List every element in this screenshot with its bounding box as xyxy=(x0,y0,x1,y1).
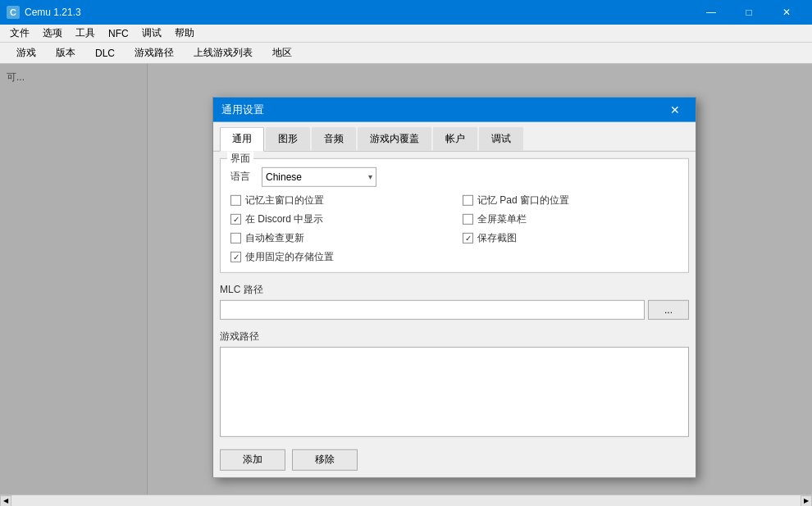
game-path-section: 游戏路径 xyxy=(220,329,689,439)
tab-games[interactable]: 游戏 xyxy=(7,43,46,63)
dialog-tab-overlay[interactable]: 游戏内覆盖 xyxy=(358,126,431,150)
checkbox-input-remember-main[interactable] xyxy=(230,194,241,205)
dialog-footer: 添加 移除 xyxy=(213,445,696,476)
game-path-textarea[interactable] xyxy=(220,346,689,436)
checkbox-discord[interactable]: 在 Discord 中显示 xyxy=(230,212,446,226)
dialog-tab-general[interactable]: 通用 xyxy=(220,126,264,151)
menu-file[interactable]: 文件 xyxy=(3,25,36,42)
dialog-tab-graphics[interactable]: 图形 xyxy=(266,126,310,150)
checkbox-input-save-screenshot[interactable] xyxy=(463,232,473,243)
section-title-interface: 界面 xyxy=(227,151,253,165)
add-button[interactable]: 添加 xyxy=(220,449,285,470)
menu-options[interactable]: 选项 xyxy=(36,25,69,42)
checkbox-label-auto-update: 自动检查更新 xyxy=(245,230,304,244)
mlc-path-row: ... xyxy=(220,299,689,319)
interface-section: 界面 语言 Chinese ▾ xyxy=(220,157,689,272)
checkbox-fullscreen-menu[interactable]: 全屏菜单栏 xyxy=(463,212,678,226)
menu-tools[interactable]: 工具 xyxy=(69,25,102,42)
content-area: Cemu 可... 通用设置 ✕ 通用 图形 音频 游戏内覆盖 帐户 调试 xyxy=(0,64,812,495)
checkbox-input-auto-update[interactable] xyxy=(230,232,241,243)
checkbox-input-fullscreen-menu[interactable] xyxy=(463,213,473,224)
tab-online-games[interactable]: 上线游戏列表 xyxy=(184,43,262,63)
dialog-tab-account[interactable]: 帐户 xyxy=(433,126,477,150)
dialog-tabs: 通用 图形 音频 游戏内覆盖 帐户 调试 xyxy=(213,121,696,151)
maximize-button[interactable]: □ xyxy=(730,0,768,25)
close-button[interactable]: ✕ xyxy=(768,0,805,25)
checkbox-label-save-screenshot: 保存截图 xyxy=(477,230,517,244)
checkbox-label-remember-main: 记忆主窗口的位置 xyxy=(245,193,324,207)
mlc-path-input[interactable] xyxy=(220,299,645,319)
menu-debug[interactable]: 调试 xyxy=(135,25,168,42)
mlc-path-section: MLC 路径 ... xyxy=(220,282,689,319)
tab-dlc[interactable]: DLC xyxy=(85,44,125,62)
scroll-right-arrow[interactable]: ▶ xyxy=(801,495,812,507)
checkbox-save-screenshot[interactable]: 保存截图 xyxy=(463,230,678,244)
tab-version[interactable]: 版本 xyxy=(46,43,85,63)
menu-help[interactable]: 帮助 xyxy=(168,25,201,42)
dialog-close-button[interactable]: ✕ xyxy=(663,97,687,121)
checkbox-input-fixed-storage[interactable] xyxy=(230,251,241,262)
dialog-body: 界面 语言 Chinese ▾ xyxy=(213,157,696,476)
checkbox-remember-pad-window[interactable]: 记忆 Pad 窗口的位置 xyxy=(463,193,678,207)
mlc-browse-button[interactable]: ... xyxy=(648,299,689,319)
titlebar: C Cemu 1.21.3 — □ ✕ xyxy=(0,0,812,25)
checkbox-auto-update[interactable]: 自动检查更新 xyxy=(230,230,446,244)
checkbox-label-remember-pad: 记忆 Pad 窗口的位置 xyxy=(477,193,569,207)
window-controls: — □ ✕ xyxy=(692,0,805,25)
language-row: 语言 Chinese ▾ xyxy=(230,166,678,186)
checkboxes-grid: 记忆主窗口的位置 记忆 Pad 窗口的位置 在 Discord 中显示 xyxy=(230,193,678,263)
dialog-tab-audio[interactable]: 音频 xyxy=(312,126,356,150)
main-area: 游戏 版本 DLC 游戏路径 上线游戏列表 地区 Cemu 可... 通用设置 … xyxy=(0,43,812,506)
dropdown-arrow-icon: ▾ xyxy=(368,172,372,181)
mlc-path-label: MLC 路径 xyxy=(220,282,689,296)
app-title: Cemu 1.21.3 xyxy=(25,7,692,18)
main-tabs-bar: 游戏 版本 DLC 游戏路径 上线游戏列表 地区 xyxy=(0,43,812,64)
menu-nfc[interactable]: NFC xyxy=(102,26,135,41)
checkbox-fixed-storage[interactable]: 使用固定的存储位置 xyxy=(230,249,446,263)
checkbox-label-discord: 在 Discord 中显示 xyxy=(245,212,323,226)
minimize-button[interactable]: — xyxy=(692,0,730,25)
dialog-title: 通用设置 xyxy=(221,102,663,116)
checkbox-label-fixed-storage: 使用固定的存储位置 xyxy=(245,249,334,263)
language-select[interactable]: Chinese ▾ xyxy=(262,166,376,186)
checkbox-remember-main-window[interactable]: 记忆主窗口的位置 xyxy=(230,193,446,207)
game-path-label: 游戏路径 xyxy=(220,329,689,343)
checkbox-input-remember-pad[interactable] xyxy=(463,194,473,205)
language-label: 语言 xyxy=(230,170,255,184)
scroll-left-arrow[interactable]: ◀ xyxy=(0,495,11,507)
dialog-titlebar: 通用设置 ✕ xyxy=(213,97,696,121)
scrollbar-track[interactable] xyxy=(11,495,801,507)
app-icon: C xyxy=(7,6,20,19)
language-value: Chinese xyxy=(266,171,302,182)
menubar: 文件 选项 工具 NFC 调试 帮助 xyxy=(0,25,812,43)
dialog-tab-debug[interactable]: 调试 xyxy=(479,126,523,150)
remove-button[interactable]: 移除 xyxy=(292,449,358,470)
checkbox-label-fullscreen-menu: 全屏菜单栏 xyxy=(477,212,527,226)
settings-dialog: 通用设置 ✕ 通用 图形 音频 游戏内覆盖 帐户 调试 界面 xyxy=(212,96,696,477)
bottom-scrollbar: ◀ ▶ xyxy=(0,495,812,506)
checkbox-input-discord[interactable] xyxy=(230,213,241,224)
tab-game-paths[interactable]: 游戏路径 xyxy=(125,43,184,63)
tab-region[interactable]: 地区 xyxy=(262,43,302,63)
